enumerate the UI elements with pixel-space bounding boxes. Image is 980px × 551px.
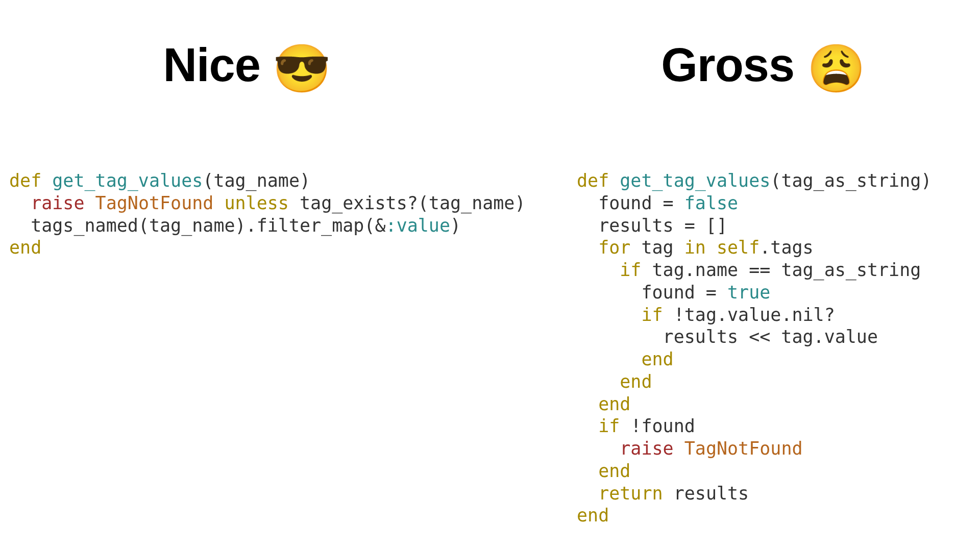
code-text: !found — [620, 416, 695, 436]
weary-emoji-icon: 😩 — [807, 42, 865, 94]
paren-open: ( — [138, 215, 149, 236]
keyword-end: end — [620, 371, 652, 392]
keyword-return: return — [598, 483, 663, 504]
keyword-self: self — [717, 237, 760, 258]
paren-close: ) — [450, 215, 461, 236]
keyword-for: for — [598, 237, 630, 258]
code-text: tag.name == tag_as_string — [641, 260, 921, 280]
param-name: tag_name — [429, 193, 515, 213]
keyword-def: def — [577, 170, 609, 191]
function-name: get_tag_values — [620, 170, 770, 191]
bool-literal: false — [684, 193, 738, 213]
keyword-raise: raise — [620, 438, 673, 459]
class-name: TagNotFound — [95, 193, 214, 213]
keyword-if: if — [598, 416, 620, 436]
sunglasses-emoji-icon: 😎 — [273, 42, 331, 94]
param-name: tag_name — [213, 170, 300, 191]
paren-open: ( — [418, 193, 429, 213]
keyword-end: end — [9, 237, 41, 258]
keyword-def: def — [9, 170, 41, 191]
right-title-text: Gross — [661, 39, 806, 91]
left-title-text: Nice — [163, 39, 273, 91]
left-column: Nice 😎 def get_tag_values(tag_name) rais… — [0, 0, 536, 551]
method-call: tags_named — [31, 215, 138, 236]
keyword-unless: unless — [224, 193, 288, 213]
keyword-end: end — [598, 394, 630, 414]
keyword-if: if — [641, 305, 663, 325]
gross-code-block: def get_tag_values(tag_as_string) found … — [577, 170, 980, 527]
paren-close: ) — [514, 193, 525, 213]
left-heading: Nice 😎 — [9, 38, 536, 96]
method-call: filter_map — [257, 215, 364, 236]
keyword-in: in — [684, 237, 706, 258]
code-text: !tag.value.nil? — [663, 305, 835, 325]
param-name: tag_as_string — [781, 170, 921, 191]
paren-close: ) — [300, 170, 310, 191]
right-heading: Gross 😩 — [577, 38, 980, 96]
keyword-end: end — [641, 349, 673, 369]
code-text: results << tag.value — [663, 327, 878, 347]
code-text: .tags — [760, 237, 813, 258]
right-column: Gross 😩 def get_tag_values(tag_as_string… — [536, 0, 980, 551]
dot: . — [246, 215, 257, 236]
paren-open: ( — [770, 170, 781, 191]
code-text: results = [] — [598, 215, 727, 236]
code-text: found = — [641, 282, 727, 303]
bool-literal: true — [727, 282, 770, 303]
code-text: found = — [598, 193, 684, 213]
method-call: tag_exists? — [300, 193, 418, 213]
paren-close: ) — [921, 170, 932, 191]
paren-close: ) — [235, 215, 246, 236]
class-name: TagNotFound — [684, 438, 803, 459]
paren-open: (& — [364, 215, 385, 236]
symbol: :value — [386, 215, 450, 236]
keyword-raise: raise — [31, 193, 84, 213]
code-text — [706, 237, 717, 258]
keyword-end: end — [598, 461, 630, 481]
code-text: results — [663, 483, 749, 504]
keyword-end: end — [577, 505, 609, 525]
code-text: tag — [630, 237, 684, 258]
function-name: get_tag_values — [52, 170, 203, 191]
nice-code-block: def get_tag_values(tag_name) raise TagNo… — [9, 170, 536, 259]
param-name: tag_name — [149, 215, 235, 236]
paren-open: ( — [203, 170, 213, 191]
code-text — [674, 438, 684, 459]
keyword-if: if — [620, 260, 641, 280]
